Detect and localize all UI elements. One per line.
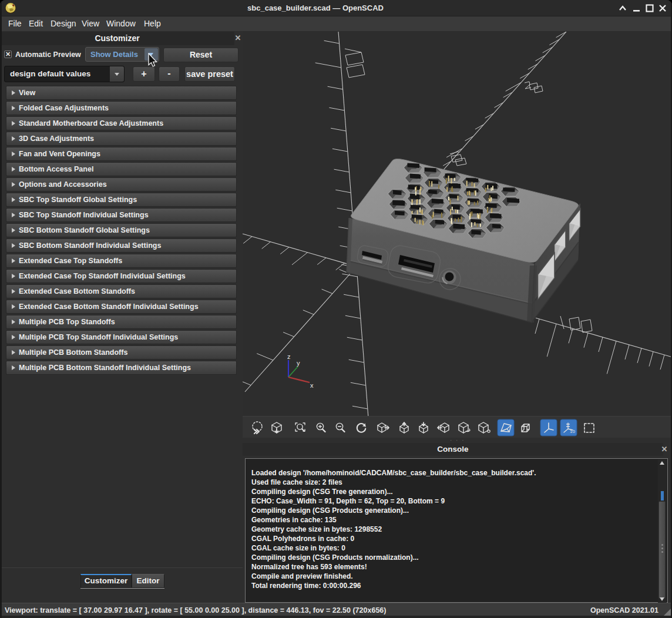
- svg-text:10: 10: [570, 429, 575, 434]
- svg-text:x: x: [310, 382, 314, 389]
- svg-text:z: z: [287, 353, 291, 360]
- svg-text:y: y: [297, 360, 300, 367]
